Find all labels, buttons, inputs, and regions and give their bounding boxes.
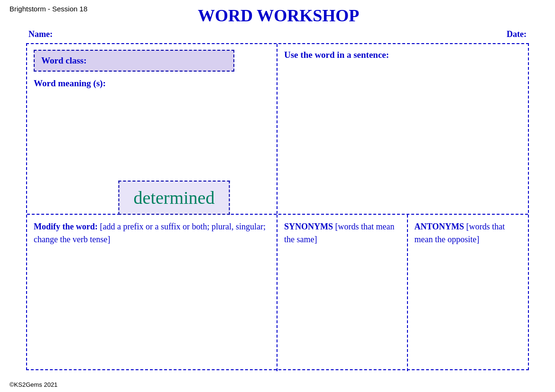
- session-label: Brightstorm - Session 18: [9, 5, 87, 13]
- copyright-label: ©KS2Gems 2021: [9, 381, 57, 388]
- word-class-label: Word class:: [41, 55, 87, 65]
- footer: ©KS2Gems 2021: [9, 381, 57, 388]
- word-class-box: Word class:: [34, 50, 234, 72]
- modify-column: Modify the word: [add a prefix or a suff…: [27, 215, 278, 371]
- synonyms-bold: SYNONYMS: [284, 222, 333, 231]
- synonyms-column: SYNONYMS [words that mean the same]: [278, 215, 408, 371]
- antonyms-label: ANTONYMS [words that mean the opposite]: [415, 220, 521, 246]
- top-section: Word class: Word meaning (s): determined…: [27, 44, 528, 215]
- modify-label: Modify the word: [add a prefix or a suff…: [34, 220, 270, 246]
- synonyms-label: SYNONYMS [words that mean the same]: [284, 220, 400, 246]
- antonyms-column: ANTONYMS [words that mean the opposite]: [408, 215, 528, 371]
- date-label: Date:: [507, 29, 527, 39]
- center-word: determined: [134, 188, 215, 208]
- right-column: Use the word in a sentence:: [278, 44, 528, 214]
- main-title: WORD WORKSHOP: [87, 5, 470, 26]
- left-column: Word class: Word meaning (s): determined: [27, 44, 278, 214]
- word-meaning-label: Word meaning (s):: [34, 78, 270, 89]
- worksheet: Word class: Word meaning (s): determined…: [26, 43, 529, 370]
- bottom-section: Modify the word: [add a prefix or a suff…: [27, 215, 528, 371]
- name-date-row: Name: Date:: [0, 26, 555, 43]
- antonyms-bold: ANTONYMS: [415, 222, 464, 231]
- modify-bold: Modify the word:: [34, 222, 98, 231]
- page-header: Brightstorm - Session 18 WORD WORKSHOP: [0, 0, 555, 26]
- center-word-box: determined: [119, 181, 230, 215]
- sentence-label: Use the word in a sentence:: [284, 50, 521, 60]
- name-label: Name:: [28, 29, 53, 39]
